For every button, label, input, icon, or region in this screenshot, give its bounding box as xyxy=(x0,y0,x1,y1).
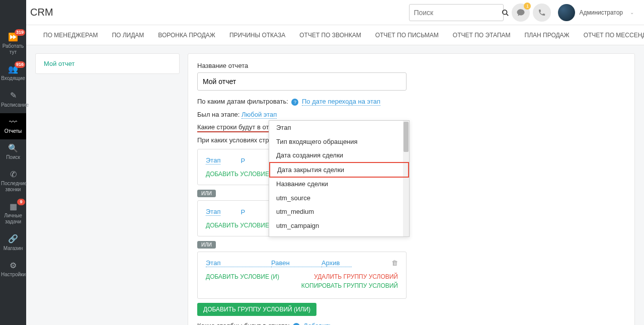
report-list-item[interactable]: Мой отчет xyxy=(36,54,179,73)
tab-messengers[interactable]: ОТЧЕТ ПО МЕССЕНДЖЕРАМ xyxy=(577,25,644,45)
dropdown-option[interactable]: Название сделки xyxy=(269,177,409,191)
user-name-label: Администратор xyxy=(579,9,623,16)
content-area: Мой отчет Название отчета По каким датам… xyxy=(26,45,644,325)
cols-config-row: Какие столбцы будут в отчете: ? Добавить xyxy=(197,322,625,325)
app-logo: CRM xyxy=(30,7,53,18)
copy-group-link[interactable]: КОПИРОВАТЬ ГРУППУ УСЛОВИЙ xyxy=(301,282,398,289)
app-header: CRM 1 Администратор ⌄ xyxy=(0,0,644,25)
help-icon[interactable]: ? xyxy=(291,99,298,106)
svg-point-0 xyxy=(503,10,507,14)
cond-op-partial[interactable]: Р xyxy=(240,208,246,216)
cond-field-link[interactable]: Этап xyxy=(206,259,271,267)
dropdown-option[interactable]: utm_campaign xyxy=(269,219,409,233)
tab-refusal[interactable]: ПРИЧИНЫ ОТКАЗА xyxy=(222,25,292,45)
dropdown-option[interactable]: utm_source xyxy=(269,191,409,205)
add-col-link[interactable]: Добавить xyxy=(303,322,332,325)
cond-value-link[interactable]: Архив xyxy=(321,259,352,267)
user-menu[interactable]: Администратор ⌄ xyxy=(558,4,634,21)
handset-icon xyxy=(538,9,546,17)
field-dropdown[interactable]: ЭтапТип входящего обращенияДата создания… xyxy=(269,120,410,237)
search-icon[interactable] xyxy=(502,9,509,16)
gear-icon: ⚙ xyxy=(1,261,25,270)
edit-icon: ✎ xyxy=(1,91,25,100)
search-input[interactable] xyxy=(414,9,502,17)
call-button[interactable] xyxy=(533,4,551,22)
scrollbar-thumb[interactable] xyxy=(404,122,409,152)
report-tabs: ПО МЕНЕДЖЕРАМ ПО ЛИДАМ ВОРОНКА ПРОДАЖ ПР… xyxy=(0,25,644,45)
delete-group-link[interactable]: УДАЛИТЬ ГРУППУ УСЛОВИЙ xyxy=(301,273,398,280)
tab-funnel[interactable]: ВОРОНКА ПРОДАЖ xyxy=(151,25,222,45)
stage-filter-row: Был на этапе: Любой этап xyxy=(197,111,625,118)
tab-managers[interactable]: ПО МЕНЕДЖЕРАМ xyxy=(36,25,105,45)
cond-field-link[interactable]: Этап xyxy=(206,156,220,165)
global-search[interactable] xyxy=(409,4,504,21)
chart-icon: 〰 xyxy=(1,117,25,127)
rows-config-row: Какие строки будут в отчете: ? Добавить xyxy=(197,123,625,131)
cond-field-link[interactable]: Этап xyxy=(206,208,220,216)
cond-op-link[interactable]: Равен xyxy=(271,259,321,267)
cond-op-partial[interactable]: Р xyxy=(240,157,246,165)
link-icon: 🔗 xyxy=(1,234,25,243)
add-and-condition[interactable]: ДОБАВИТЬ УСЛОВИЕ (И) xyxy=(206,273,279,280)
tab-leads[interactable]: ПО ЛИДАМ xyxy=(105,25,151,45)
svg-line-1 xyxy=(507,14,509,16)
stage-filter-link[interactable]: Любой этап xyxy=(242,111,277,119)
help-icon[interactable]: ? xyxy=(293,323,300,325)
or-separator: или xyxy=(197,190,216,197)
dropdown-option[interactable]: Дата создания сделки xyxy=(269,148,409,162)
chevron-down-icon: ⌄ xyxy=(630,10,634,15)
condition-group-3: 🗑 Этап Равен Архив ДОБАВИТЬ УСЛОВИЕ (И) … xyxy=(197,252,407,299)
sidebar-item-store[interactable]: 🔗Магазин xyxy=(0,230,26,256)
add-or-group-button[interactable]: ДОБАВИТЬ ГРУППУ УСЛОВИЙ (ИЛИ) xyxy=(197,303,316,316)
magnifier-icon: 🔍 xyxy=(1,143,25,153)
dropdown-option[interactable]: Этап xyxy=(269,121,409,135)
tab-plan[interactable]: ПЛАН ПРОДАЖ xyxy=(518,25,577,45)
messages-button[interactable]: 1 xyxy=(512,4,530,22)
chat-icon xyxy=(516,8,525,17)
tab-emails[interactable]: ОТЧЕТ ПО ПИСЬМАМ xyxy=(368,25,446,45)
phone-icon: ✆ xyxy=(1,170,25,179)
sidebar-item-inbox[interactable]: 916👥Входящие xyxy=(0,60,26,87)
tab-stages[interactable]: ОТЧЕТ ПО ЭТАПАМ xyxy=(446,25,518,45)
delete-icon[interactable]: 🗑 xyxy=(391,259,398,267)
dropdown-option[interactable]: Дата закрытия сделки xyxy=(269,162,409,178)
tab-calls[interactable]: ОТЧЕТ ПО ЗВОНКАМ xyxy=(292,25,368,45)
sidebar-item-search[interactable]: 🔍Поиск xyxy=(0,139,26,166)
reports-list-panel: Мой отчет xyxy=(35,53,180,74)
dropdown-option[interactable]: Тип входящего обращения xyxy=(269,135,409,149)
sidebar-item-tasks[interactable]: 9▦Личные задачи xyxy=(0,198,26,230)
left-sidebar: 319⏩Работать тут 916👥Входящие ✎Расписани… xyxy=(0,0,26,325)
sidebar-item-work[interactable]: 319⏩Работать тут xyxy=(0,28,26,60)
date-filter-link[interactable]: По дате перехода на этап xyxy=(302,98,380,106)
dropdown-option[interactable]: utm_medium xyxy=(269,205,409,219)
dropdown-option[interactable]: utm_content xyxy=(269,232,409,237)
cond-header: При каких условиях строки попа xyxy=(197,136,625,144)
sidebar-item-settings[interactable]: ⚙Настройки xyxy=(0,257,26,283)
report-editor: Название отчета По каким датам фильтрова… xyxy=(188,53,635,325)
report-title-input[interactable] xyxy=(197,72,407,91)
scrollbar[interactable] xyxy=(403,121,409,236)
date-filter-row: По каким датам фильтровать: ? По дате пе… xyxy=(197,98,625,106)
sidebar-item-reports[interactable]: 〰Отчеты xyxy=(0,113,26,139)
sidebar-item-schedule[interactable]: ✎Расписание xyxy=(0,87,26,113)
or-separator: или xyxy=(197,241,216,249)
sidebar-item-calls[interactable]: ✆Последние звонки xyxy=(0,166,26,198)
report-title-label: Название отчета xyxy=(197,62,625,69)
avatar xyxy=(558,4,575,21)
